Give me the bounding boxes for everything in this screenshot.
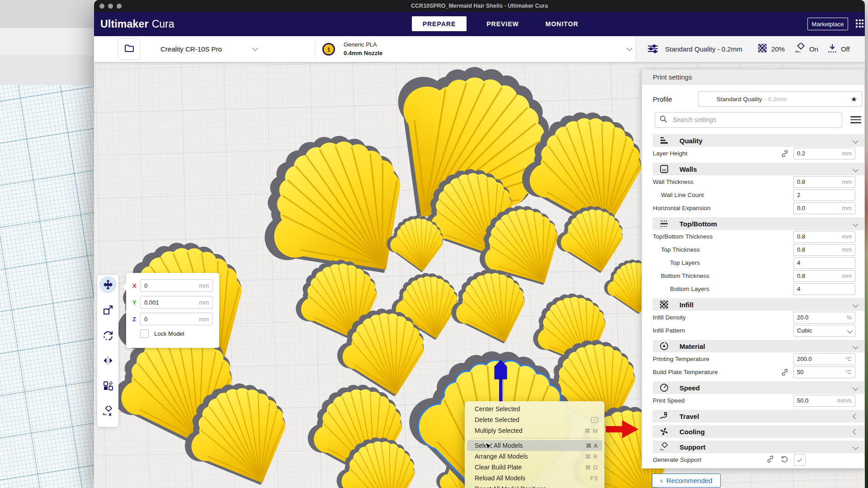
open-file-button[interactable]: [118, 39, 140, 59]
revert-icon[interactable]: [781, 455, 788, 465]
cura-window: CCR10SPRO_Mermaid Hair Shells - Ultimake…: [94, 0, 865, 488]
lock-model-label: Lock Model: [154, 330, 184, 337]
print-settings-panel: Print settings Profile Standard Quality …: [642, 69, 865, 469]
link-icon[interactable]: [781, 150, 789, 158]
app-header: Ultimaker Cura PREPARE PREVIEW MONITOR M…: [94, 12, 865, 36]
printer-selector[interactable]: Creality CR-10S Pro: [146, 36, 315, 62]
generate-support-checkbox[interactable]: [794, 454, 806, 466]
profile-dropdown[interactable]: Standard Quality - 0.2mm ★: [698, 91, 862, 107]
divider: [315, 40, 315, 58]
y-position-row: Y 0.001 mm: [132, 296, 213, 309]
section-header-material[interactable]: Material: [653, 340, 864, 352]
tab-prepare[interactable]: PREPARE: [412, 16, 467, 31]
settings-visibility-menu-icon[interactable]: [850, 116, 861, 123]
recommended-mode-button[interactable]: ‹ Recommended: [652, 474, 721, 488]
scale-icon: [103, 305, 113, 315]
bottom-thickness-input[interactable]: 0.8 mm: [793, 270, 855, 282]
section-header-travel[interactable]: Travel: [653, 410, 864, 422]
section-header-support[interactable]: Support: [653, 441, 864, 453]
section-header-walls[interactable]: Walls: [653, 163, 864, 175]
support-blocker-button[interactable]: [103, 406, 113, 417]
top-layers-input[interactable]: 4: [793, 257, 855, 269]
chevron-down-icon: [853, 138, 859, 144]
print-speed-input[interactable]: 50.0 mm/s: [793, 395, 855, 407]
material-selector[interactable]: Generic PLA 0.4mm Nozzle: [344, 40, 382, 57]
link-icon[interactable]: [781, 368, 789, 376]
setting-row-wall-line-count: Wall Line Count 2: [642, 188, 864, 202]
setting-row-generate-support: Generate Support: [642, 453, 864, 466]
wall-line-count-input[interactable]: 2: [793, 189, 855, 201]
chevron-left-icon: ‹: [660, 477, 663, 484]
tab-preview[interactable]: PREVIEW: [480, 16, 525, 31]
sliders-icon: [647, 43, 659, 56]
top-thickness-input[interactable]: 0.8 mm: [793, 244, 855, 256]
print-setup-summary[interactable]: Standard Quality - 0.2mm 20%: [636, 36, 865, 62]
z-position-input[interactable]: 0 mm: [140, 313, 213, 325]
summary-adhesion: Off: [827, 43, 850, 56]
z-axis-label: Z: [132, 316, 140, 323]
top-bottom-icon: [659, 219, 670, 228]
tool-sidebar: [97, 275, 118, 427]
menu-item-delete-selected[interactable]: Delete Selected ×: [465, 414, 604, 425]
chevron-left-icon: [853, 413, 859, 419]
search-settings-input[interactable]: [672, 116, 837, 124]
tab-monitor[interactable]: MONITOR: [539, 16, 585, 31]
y-axis-label: Y: [132, 299, 140, 306]
bottom-layers-input[interactable]: 4: [793, 283, 855, 295]
printing-temperature-input[interactable]: 200.0 °C: [793, 353, 855, 365]
infill-pattern-dropdown[interactable]: Cubic: [793, 325, 855, 337]
per-model-settings-button[interactable]: [103, 380, 113, 391]
zoom-window-icon[interactable]: [117, 4, 122, 9]
chevron-down-icon: [627, 45, 632, 51]
menu-item-center-selected[interactable]: Center Selected: [465, 404, 604, 414]
folder-icon: [124, 43, 135, 56]
wall-thickness-input[interactable]: 0.8 mm: [793, 176, 855, 188]
z-position-row: Z 0 mm: [132, 313, 213, 325]
scale-tool-button[interactable]: [103, 305, 113, 315]
menu-item-reset-all-model-positions[interactable]: Reset All Model Positions: [465, 483, 604, 488]
section-header-speed[interactable]: Speed: [653, 381, 864, 394]
section-header-cooling[interactable]: Cooling: [653, 425, 864, 438]
search-icon: [660, 115, 667, 125]
infill-icon: [758, 43, 767, 55]
rotate-tool-button[interactable]: [103, 330, 113, 341]
support-icon: [795, 43, 806, 56]
marketplace-button[interactable]: Marketplace: [807, 18, 848, 30]
section-header-quality[interactable]: Quality: [653, 134, 864, 147]
chevron-down-icon: [853, 385, 859, 391]
menu-item-multiply-selected[interactable]: Multiply Selected ⌘ M: [465, 425, 604, 436]
search-settings-box[interactable]: [655, 112, 842, 128]
top-bottom-thickness-input[interactable]: 0.8 mm: [793, 231, 855, 243]
menu-separator: [470, 438, 599, 438]
mirror-icon: [103, 355, 113, 366]
section-header-infill[interactable]: Infill: [653, 298, 864, 311]
material-extruder-icon: 1: [322, 43, 335, 56]
mirror-tool-button[interactable]: [103, 355, 113, 366]
setting-row-top-bottom-thickness: Top/Bottom Thickness 0.8 mm: [642, 230, 864, 243]
close-window-icon[interactable]: [99, 4, 104, 9]
x-position-row: X 0 mm: [132, 279, 213, 292]
build-plate-temperature-input[interactable]: 50 °C: [793, 366, 855, 378]
menu-item-reload-all-models[interactable]: Reload All Models F5: [465, 473, 604, 483]
background-window-band: [0, 0, 94, 28]
star-icon[interactable]: ★: [851, 95, 857, 103]
section-header-top-bottom[interactable]: Top/Bottom: [653, 217, 864, 230]
y-position-input[interactable]: 0.001 mm: [140, 296, 213, 309]
setting-row-infill-pattern: Infill Pattern Cubic: [642, 324, 864, 337]
per-model-settings-icon: [103, 380, 113, 391]
walls-icon: [659, 164, 670, 174]
support-icon: [659, 442, 670, 451]
minimize-window-icon[interactable]: [108, 4, 113, 9]
x-position-input[interactable]: 0 mm: [140, 279, 213, 292]
move-tool-button[interactable]: [103, 279, 113, 290]
application-menu-icon[interactable]: [856, 19, 863, 28]
horizontal-expansion-input[interactable]: 0.0 mm: [793, 202, 855, 214]
setting-row-top-thickness: Top Thickness 0.8 mm: [642, 243, 864, 256]
screen: CCR10SPRO_Mermaid Hair Shells - Ultimake…: [0, 0, 868, 488]
infill-density-input[interactable]: 20.0 %: [793, 312, 855, 324]
setting-row-bottom-layers: Bottom Layers 4: [642, 282, 864, 296]
link-icon[interactable]: [766, 455, 774, 465]
layer-height-input[interactable]: 0.2 mm: [793, 148, 855, 160]
menu-item-clear-build-plate[interactable]: Clear Build Plate ⌘ D: [465, 462, 604, 473]
lock-model-checkbox[interactable]: [140, 329, 149, 338]
